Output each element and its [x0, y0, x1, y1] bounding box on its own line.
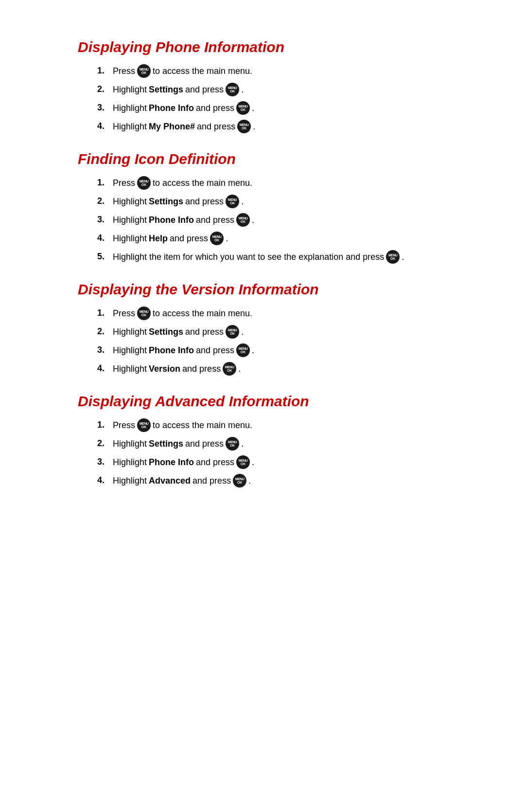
step-text: and press — [196, 102, 234, 115]
step-bold: Version — [149, 362, 180, 376]
step-text: . — [238, 362, 241, 376]
step-text: . — [252, 102, 254, 115]
step-bold: Phone Info — [149, 102, 194, 115]
step-text: . — [241, 437, 244, 451]
step-text: and press — [185, 325, 224, 339]
menu-ok-icon: MENUOK — [137, 176, 151, 190]
step-text: Highlight — [113, 344, 147, 357]
steps-list-advanced-info: Press MENUOK to access the main menu. Hi… — [97, 418, 457, 487]
steps-list-icon-def: Press MENUOK to access the main menu. Hi… — [97, 176, 457, 264]
step-text: Highlight — [113, 474, 147, 487]
step-text: to access the main menu. — [153, 177, 252, 190]
menu-ok-icon: MENUOK — [237, 120, 251, 133]
step-text: and press — [185, 195, 224, 208]
page-wrapper: Displaying Phone Information Press MENUO… — [78, 39, 457, 812]
section-displaying-advanced-info: Displaying Advanced Information Press ME… — [78, 393, 457, 487]
list-item: Highlight Help and press MENUOK . — [97, 232, 457, 245]
step-text: and press — [192, 474, 231, 487]
section-displaying-phone-info: Displaying Phone Information Press MENUO… — [78, 39, 457, 133]
step-text: Highlight — [113, 195, 147, 208]
step-text: and press — [185, 83, 224, 96]
step-text: Highlight — [113, 232, 147, 245]
section-title-displaying-advanced-info: Displaying Advanced Information — [78, 393, 457, 410]
step-text: Highlight — [113, 456, 147, 469]
step-text: Highlight the item for which you want to… — [113, 251, 384, 264]
step-text: . — [241, 195, 244, 208]
step-bold: Settings — [149, 325, 183, 339]
step-text: . — [226, 232, 228, 245]
step-text: Highlight — [113, 120, 147, 133]
step-text: . — [241, 83, 244, 96]
list-item: Highlight Phone Info and press MENUOK . — [97, 343, 457, 357]
list-item: Press MENUOK to access the main menu. — [97, 418, 457, 432]
steps-list-version-info: Press MENUOK to access the main menu. Hi… — [97, 307, 457, 376]
step-text: Press — [113, 65, 135, 78]
list-item: Highlight Settings and press MENUOK . — [97, 83, 457, 96]
step-text: Highlight — [113, 83, 147, 96]
step-text: and press — [197, 120, 235, 133]
step-text: . — [252, 344, 254, 357]
section-title-finding-icon-definition: Finding Icon Definition — [78, 151, 457, 167]
step-text: to access the main menu. — [153, 65, 252, 78]
section-displaying-version-info: Displaying the Version Information Press… — [78, 281, 457, 376]
menu-ok-icon: MENUOK — [137, 307, 151, 320]
step-text: Highlight — [113, 214, 147, 227]
step-bold: Settings — [149, 83, 183, 96]
list-item: Highlight My Phone# and press MENUOK . — [97, 120, 457, 133]
step-text: Press — [113, 177, 135, 190]
list-item: Highlight Settings and press MENUOK . — [97, 195, 457, 208]
menu-ok-icon: MENUOK — [236, 343, 250, 357]
menu-ok-icon: MENUOK — [137, 64, 151, 78]
list-item: Highlight Advanced and press MENUOK . — [97, 474, 457, 487]
step-text: to access the main menu. — [153, 307, 252, 320]
step-text: Highlight — [113, 102, 147, 115]
step-bold: Settings — [149, 437, 183, 451]
step-text: and press — [182, 362, 221, 376]
menu-ok-icon: MENUOK — [226, 325, 239, 339]
step-bold: Phone Info — [149, 214, 194, 227]
section-finding-icon-definition: Finding Icon Definition Press MENUOK to … — [78, 151, 457, 264]
step-text: Highlight — [113, 362, 147, 376]
step-bold: My Phone# — [149, 120, 195, 133]
steps-list-phone-info: Press MENUOK to access the main menu. Hi… — [97, 64, 457, 133]
step-text: and press — [196, 214, 234, 227]
menu-ok-icon: MENUOK — [137, 418, 151, 432]
list-item: Highlight Phone Info and press MENUOK . — [97, 101, 457, 115]
menu-ok-icon: MENUOK — [223, 362, 236, 376]
step-text: . — [252, 214, 254, 227]
list-item: Press MENUOK to access the main menu. — [97, 64, 457, 78]
menu-ok-icon: MENUOK — [210, 232, 224, 245]
section-title-displaying-version-info: Displaying the Version Information — [78, 281, 457, 298]
menu-ok-icon: MENUOK — [226, 83, 239, 96]
step-text: and press — [170, 232, 208, 245]
step-text: Highlight — [113, 325, 147, 339]
step-text: . — [402, 251, 404, 264]
step-text: . — [252, 456, 254, 469]
step-bold: Phone Info — [149, 456, 194, 469]
menu-ok-icon: MENUOK — [236, 101, 250, 115]
list-item: Highlight the item for which you want to… — [97, 250, 457, 264]
section-title-displaying-phone-info: Displaying Phone Information — [78, 39, 457, 55]
step-text: . — [248, 474, 251, 487]
menu-ok-icon: MENUOK — [386, 250, 400, 264]
step-text: and press — [196, 456, 234, 469]
step-text: Highlight — [113, 437, 147, 451]
step-text: and press — [196, 344, 234, 357]
list-item: Highlight Phone Info and press MENUOK . — [97, 213, 457, 227]
step-text: to access the main menu. — [153, 419, 252, 432]
list-item: Press MENUOK to access the main menu. — [97, 307, 457, 320]
step-bold: Help — [149, 232, 168, 245]
step-text: . — [253, 120, 255, 133]
list-item: Highlight Phone Info and press MENUOK . — [97, 455, 457, 469]
list-item: Highlight Version and press MENUOK . — [97, 362, 457, 376]
step-bold: Advanced — [149, 474, 191, 487]
step-bold: Settings — [149, 195, 183, 208]
step-text: Press — [113, 307, 135, 320]
menu-ok-icon: MENUOK — [226, 437, 239, 451]
step-text: . — [241, 325, 244, 339]
step-bold: Phone Info — [149, 344, 194, 357]
step-text: Press — [113, 419, 135, 432]
step-text: and press — [185, 437, 224, 451]
menu-ok-icon: MENUOK — [226, 195, 239, 208]
list-item: Highlight Settings and press MENUOK . — [97, 437, 457, 451]
